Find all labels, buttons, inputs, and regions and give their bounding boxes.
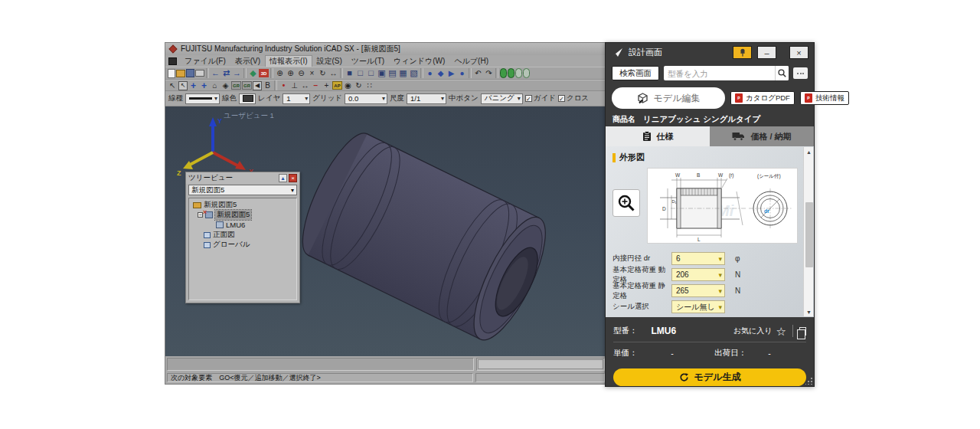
cube-solid-icon[interactable]: ■ bbox=[345, 68, 354, 78]
tree-item-part[interactable]: LMU6 bbox=[190, 220, 296, 230]
forward-arrow-icon[interactable]: → bbox=[232, 68, 242, 78]
generate-model-button[interactable]: モデル生成 bbox=[613, 368, 806, 386]
save-icon[interactable] bbox=[186, 69, 194, 77]
cube-points-icon[interactable]: ▧ bbox=[409, 68, 419, 78]
pin-button[interactable] bbox=[733, 46, 752, 59]
model-edit-button[interactable]: モデル編集 bbox=[612, 87, 725, 109]
solid-blob1-icon[interactable]: ● bbox=[425, 68, 435, 78]
catalog-pdf-button[interactable]: P カタログPDF bbox=[730, 91, 795, 105]
select-cursor-icon[interactable]: ↖ bbox=[168, 80, 178, 90]
dynamic-load-select[interactable]: 206▾ bbox=[671, 268, 725, 281]
tree-selector-dropdown[interactable]: 新規図面5 ▾ bbox=[188, 185, 297, 195]
solid-blob4-icon[interactable]: ● bbox=[457, 68, 467, 78]
badge-2d3d-icon[interactable]: 3D bbox=[259, 69, 269, 77]
comment-button[interactable] bbox=[793, 67, 808, 79]
line-type-select[interactable]: ▾ bbox=[185, 93, 220, 104]
static-load-select[interactable]: 265▾ bbox=[671, 284, 725, 297]
content-scrollbar[interactable]: ▲ ▼ bbox=[803, 147, 813, 316]
select-box-icon[interactable]: ↖ bbox=[178, 81, 188, 90]
scale-select[interactable]: 1/1▾ bbox=[407, 93, 446, 104]
tech-info-button[interactable]: P 技術情報 bbox=[800, 91, 849, 105]
tree-item-global[interactable]: グローバル bbox=[190, 240, 296, 250]
back-box-icon[interactable]: ◀ bbox=[253, 81, 262, 90]
tree-titlebar[interactable]: ツリービュー ▴ × bbox=[186, 172, 299, 184]
tree-close-button[interactable]: × bbox=[289, 174, 297, 182]
list-icon[interactable]: B bbox=[263, 80, 273, 90]
redo-icon[interactable]: ↷ bbox=[484, 68, 494, 78]
snap-align-icon[interactable]: ◉ bbox=[343, 80, 353, 90]
cube-wire2-icon[interactable]: □ bbox=[366, 68, 376, 78]
polygon-icon[interactable]: ⌂ bbox=[210, 80, 220, 90]
menu-view[interactable]: 表示(V) bbox=[230, 55, 265, 67]
line-color-select[interactable] bbox=[239, 93, 256, 104]
zoom-in-icon[interactable]: ⊕ bbox=[275, 68, 285, 78]
scroll-thumb[interactable] bbox=[805, 202, 813, 267]
close-button[interactable]: × bbox=[789, 46, 808, 59]
grid-select[interactable]: 0.0▾ bbox=[345, 93, 387, 104]
bore-diameter-select[interactable]: 6▾ bbox=[671, 252, 725, 265]
system-menu-icon[interactable] bbox=[168, 57, 177, 65]
scroll-up-icon[interactable]: ▲ bbox=[804, 147, 814, 156]
tag-icon[interactable]: ◈ bbox=[220, 80, 230, 90]
3d-viewport[interactable]: Y X Z ユーザビュー 1 ツリービュー ▴ × 新規図面5 ▾ bbox=[165, 106, 606, 356]
seal-select[interactable]: シール無し▾ bbox=[671, 300, 725, 313]
middle-button-select[interactable]: パニング▾ bbox=[481, 93, 523, 104]
snap-center-icon[interactable]: − bbox=[311, 80, 321, 90]
outline-drawing[interactable]: MiSUMi bbox=[647, 168, 798, 244]
branch-arrow-icon[interactable]: ⇄ bbox=[221, 68, 231, 78]
tab-spec[interactable]: 仕様 bbox=[606, 126, 710, 146]
zoom-dynamic-icon[interactable]: ⊕ bbox=[286, 68, 296, 78]
open-folder-icon[interactable] bbox=[176, 70, 185, 77]
panel-titlebar[interactable]: 設計画面 – × bbox=[606, 43, 814, 62]
cylinder-solid2-icon[interactable] bbox=[508, 68, 514, 78]
cross-checkbox[interactable]: ✓クロス bbox=[558, 93, 589, 103]
search-screen-button[interactable]: 検索画面 bbox=[612, 66, 659, 80]
new-file-icon[interactable] bbox=[168, 69, 175, 78]
snap-end-icon[interactable]: ↔ bbox=[300, 80, 310, 90]
snap-point-icon[interactable]: • bbox=[279, 80, 289, 90]
zoom-window-icon[interactable]: × bbox=[307, 68, 317, 78]
menu-info-display[interactable]: 情報表示(I) bbox=[265, 55, 312, 67]
solid-blob2-icon[interactable]: ◆ bbox=[436, 68, 446, 78]
tab-price-delivery[interactable]: 価格 / 納期 bbox=[710, 126, 814, 146]
layer-select[interactable]: 1▾ bbox=[283, 93, 310, 104]
menu-settings[interactable]: 設定(S) bbox=[312, 55, 347, 67]
view-mode-icon[interactable]: ◆ bbox=[248, 68, 258, 78]
cad-titlebar[interactable]: FUJITSU Manufacturing Industry Solution … bbox=[165, 43, 606, 55]
zoom-out-icon[interactable]: ⊖ bbox=[296, 68, 306, 78]
undo-icon[interactable]: ↶ bbox=[473, 68, 483, 78]
cube-open-icon[interactable]: ▤ bbox=[387, 68, 397, 78]
cube-shade-icon[interactable]: ▦ bbox=[398, 68, 408, 78]
move-cross2-icon[interactable]: + bbox=[199, 80, 209, 90]
scroll-down-icon[interactable]: ▼ bbox=[804, 307, 814, 316]
move-cross1-icon[interactable]: + bbox=[188, 80, 198, 90]
collapse-node-icon[interactable]: − bbox=[198, 212, 203, 218]
drawing-zoom-button[interactable] bbox=[612, 189, 640, 217]
tree-item-front-view[interactable]: 正面図 bbox=[190, 230, 296, 240]
resize-grip[interactable] bbox=[805, 378, 812, 385]
gr-badge1-icon[interactable]: GR bbox=[231, 81, 241, 90]
print-icon[interactable] bbox=[195, 70, 204, 77]
cube-wire-icon[interactable]: □ bbox=[355, 68, 365, 78]
ap-badge-icon[interactable]: AP bbox=[332, 81, 342, 90]
cylinder-wire2-icon[interactable] bbox=[523, 68, 530, 78]
gr-badge2-icon[interactable]: GR bbox=[242, 81, 252, 90]
snap-mid-icon[interactable]: ⊥ bbox=[289, 80, 299, 90]
back-arrow-icon[interactable]: ← bbox=[211, 68, 220, 78]
menu-window[interactable]: ウィンドウ(W) bbox=[389, 55, 449, 67]
snap-cross-icon[interactable]: + bbox=[322, 80, 332, 90]
copy-icon[interactable] bbox=[799, 327, 806, 336]
pan-view-icon[interactable]: ↔ bbox=[328, 68, 338, 78]
grid-dots-icon[interactable]: ∷ bbox=[364, 80, 374, 90]
coordinate-input-box[interactable] bbox=[476, 358, 605, 371]
search-button[interactable] bbox=[775, 66, 789, 80]
minimize-button[interactable]: – bbox=[757, 46, 776, 59]
favorite-star-icon[interactable]: ☆ bbox=[776, 326, 786, 337]
solid-blob3-icon[interactable]: ▶ bbox=[446, 68, 456, 78]
part-number-input[interactable] bbox=[664, 66, 775, 80]
snap-rotate-icon[interactable]: ↻ bbox=[354, 80, 364, 90]
cylinder-solid1-icon[interactable] bbox=[500, 68, 507, 78]
tree-collapse-button[interactable]: ▴ bbox=[279, 174, 287, 182]
menu-file[interactable]: ファイル(F) bbox=[180, 55, 230, 67]
cube-face-icon[interactable]: ▣ bbox=[377, 68, 387, 78]
